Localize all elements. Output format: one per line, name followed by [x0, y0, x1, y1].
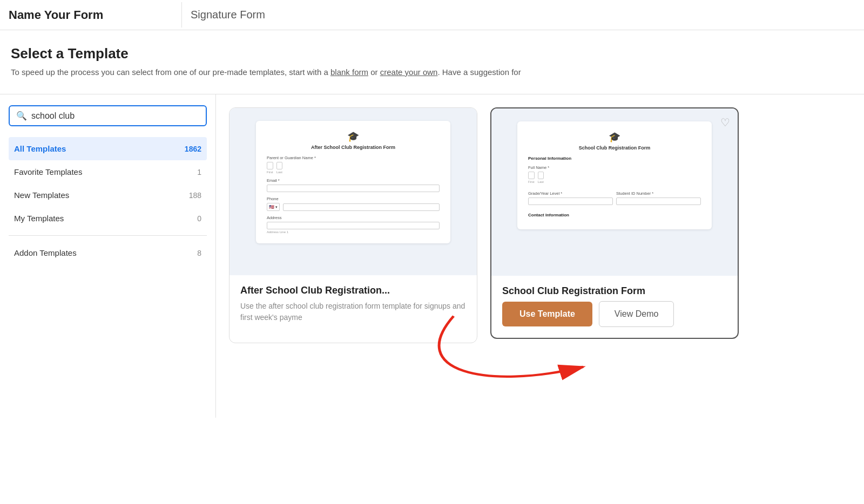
search-box: 🔍 [9, 105, 207, 126]
template-card-school-club[interactable]: ♡ 🎓 School Club Registration Form Person… [490, 107, 739, 339]
category-count: 8 [197, 249, 201, 257]
category-count: 1862 [185, 145, 201, 153]
mini-form-icon: 🎓 [528, 131, 701, 143]
mini-field-row: First Last [267, 162, 440, 174]
mini-form-title: School Club Registration Form [528, 145, 701, 151]
category-item-addon-templates[interactable]: Addon Templates 8 [9, 241, 207, 264]
mini-form-icon: 🎓 [267, 131, 440, 142]
category-item-my-templates[interactable]: My Templates 0 [9, 207, 207, 230]
mini-name-row: First Last [528, 172, 701, 183]
mini-field-last [538, 172, 544, 179]
mini-field-last [276, 162, 282, 169]
category-label: My Templates [14, 214, 64, 223]
card-preview-after-school: 🎓 After School Club Registration Form Pa… [230, 108, 477, 275]
select-template-title: Select a Template [11, 45, 853, 62]
mini-section-personal: Personal Information [528, 156, 701, 161]
mini-form-title: After School Club Registration Form [267, 145, 440, 150]
desc-suffix: . Have a suggestion for [437, 67, 521, 77]
category-count: 0 [197, 214, 201, 223]
category-label: All Templates [14, 144, 66, 153]
mini-field-grade [528, 197, 613, 205]
mini-field-first [267, 162, 273, 169]
mini-field-address [267, 222, 440, 229]
mini-field-label: Full Name * [528, 165, 701, 170]
use-template-button[interactable]: Use Template [502, 302, 592, 326]
name-form-row: Name Your Form [0, 0, 864, 30]
mini-field-label: Phone [267, 196, 440, 201]
desc-text: To speed up the process you can select f… [11, 67, 330, 77]
mini-field-label: Address [267, 215, 440, 220]
blank-form-link[interactable]: blank form [330, 67, 368, 77]
category-list: All Templates 1862 Favorite Templates 1 … [9, 137, 207, 264]
mini-field-label: Parent or Guardian Name * [267, 155, 440, 160]
mini-field-email [267, 185, 440, 192]
card-preview-school-club: ♡ 🎓 School Club Registration Form Person… [491, 108, 738, 276]
mini-sub-first: First [267, 171, 273, 174]
view-demo-button[interactable]: View Demo [599, 301, 674, 327]
card-description: Use the after school club registration f… [240, 301, 466, 323]
form-name-input[interactable] [181, 2, 864, 28]
mini-sub-last: Last [538, 180, 544, 183]
mini-form-after-school: 🎓 After School Club Registration Form Pa… [256, 121, 450, 243]
select-template-description: To speed up the process you can select f… [11, 67, 853, 77]
search-icon: 🔍 [16, 111, 27, 121]
sidebar-divider [9, 235, 207, 236]
category-label: New Templates [14, 190, 69, 200]
main-content: 🔍 All Templates 1862 Favorite Templates … [0, 94, 864, 418]
mini-field-label: Student ID Number * [616, 191, 701, 196]
select-template-section: Select a Template To speed up the proces… [0, 30, 864, 85]
mini-section-contact: Contact Information [528, 213, 701, 217]
category-item-favorite-templates[interactable]: Favorite Templates 1 [9, 160, 207, 183]
mini-field-phone [283, 203, 440, 211]
heart-icon[interactable]: ♡ [720, 116, 730, 129]
template-card-after-school-club[interactable]: 🎓 After School Club Registration Form Pa… [229, 107, 477, 343]
card-actions: Use Template View Demo [502, 301, 727, 327]
search-input[interactable] [31, 111, 199, 121]
mini-phone-row: 🇺🇸 ▾ [267, 203, 440, 211]
mini-sub-first: First [528, 180, 535, 183]
category-label: Favorite Templates [14, 167, 82, 176]
mini-sub-address: Address Line 1 [267, 230, 440, 234]
category-count: 1 [197, 168, 201, 176]
card-info-after-school: After School Club Registration... Use th… [230, 275, 477, 343]
create-own-link[interactable]: create your own [380, 67, 438, 77]
mini-grade-row: Grade/Year Level * Student ID Number * [528, 187, 701, 205]
category-item-new-templates[interactable]: New Templates 188 [9, 183, 207, 207]
mini-field-label: Grade/Year Level * [528, 191, 613, 196]
mini-field-first [528, 172, 535, 179]
mini-field-student-id [616, 197, 701, 205]
mini-form-school-club: 🎓 School Club Registration Form Personal… [517, 121, 712, 229]
templates-wrapper: 🎓 After School Club Registration Form Pa… [216, 94, 864, 418]
mini-field-label: Email * [267, 178, 440, 183]
category-item-all-templates[interactable]: All Templates 1862 [9, 137, 207, 160]
form-name-label: Name Your Form [9, 2, 181, 29]
card-title: School Club Registration Form [502, 285, 727, 297]
category-count: 188 [189, 191, 201, 200]
templates-grid: 🎓 After School Club Registration Form Pa… [216, 94, 864, 356]
card-info-school-club: School Club Registration Form Use Templa… [491, 276, 738, 338]
mini-sub-last: Last [276, 171, 282, 174]
card-title: After School Club Registration... [240, 285, 466, 296]
category-label: Addon Templates [14, 248, 77, 257]
sidebar: 🔍 All Templates 1862 Favorite Templates … [0, 94, 216, 418]
or-text: or [368, 67, 380, 77]
